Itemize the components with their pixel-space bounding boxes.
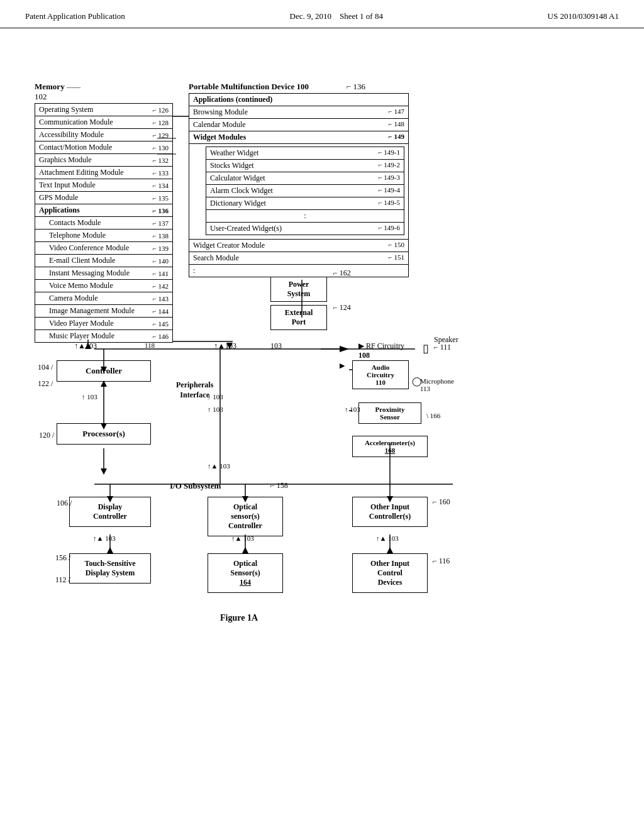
proximity-arrow: ↑ 103 bbox=[345, 406, 360, 413]
io-label: I/O Subsystem bbox=[170, 481, 221, 491]
proximity-label: ProximitySensor bbox=[365, 406, 414, 421]
external-port-box: ExternalPort bbox=[270, 305, 327, 330]
bus-ref-118: 118 bbox=[145, 341, 155, 349]
rf-ref: 108 bbox=[358, 351, 370, 360]
optical-ctrl-box: Opticalsensor(s)Controller bbox=[208, 497, 283, 536]
ref-104: 104 / bbox=[38, 363, 53, 372]
memory-number: 102 bbox=[35, 92, 173, 102]
external-port-ref: ⌐ 124 bbox=[333, 303, 351, 313]
external-port-label: ExternalPort bbox=[277, 308, 320, 327]
bus-103-c: ↑ 103 bbox=[208, 406, 223, 413]
other-input-devices-box: Other InputControlDevices bbox=[352, 553, 428, 593]
speaker-icon: ▯ bbox=[423, 341, 429, 355]
accel-label: Accelerometer(s)168 bbox=[359, 439, 421, 454]
comm-row: Communication Module ⌐ 128 bbox=[35, 116, 172, 129]
text-input-row: Text Input Module ⌐ 134 bbox=[35, 179, 172, 192]
display-ctrl-label: DisplayController bbox=[77, 502, 143, 521]
weather-widget: Weather Widget bbox=[210, 148, 258, 158]
gps-row: GPS Module ⌐ 135 bbox=[35, 192, 172, 204]
touch-display-box: Touch-SensitiveDisplay System bbox=[69, 553, 151, 584]
controller-box: Controller bbox=[57, 360, 151, 382]
email-row: E-mail Client Module ⌐ 140 bbox=[35, 255, 172, 267]
ref-156: 156 / bbox=[55, 553, 70, 563]
header-right: US 2010/0309148 A1 bbox=[548, 11, 619, 21]
ellipsis-1: : bbox=[304, 211, 306, 220]
portable-section: Portable Multifunction Device 100 ⌐ 136 … bbox=[189, 82, 409, 277]
io-ref: ⌐ 158 bbox=[270, 481, 288, 490]
music-player-row: Music Player Module ⌐ 146 bbox=[35, 330, 172, 342]
svg-marker-17 bbox=[101, 468, 107, 475]
access-row: Accessibility Module ⌐ 129 bbox=[35, 129, 172, 141]
bus-ref-3: 103 bbox=[270, 341, 282, 351]
svg-marker-26 bbox=[242, 547, 248, 553]
accel-box: Accelerometer(s)168 bbox=[352, 436, 428, 457]
portable-arrow-ref: ⌐ 136 bbox=[347, 82, 365, 92]
header-center: Dec. 9, 2010 Sheet 1 of 84 bbox=[290, 11, 383, 21]
peripherals-label: PeripheralsInterface bbox=[176, 380, 213, 400]
header-left: Patent Application Publication bbox=[25, 11, 125, 21]
ref-122: 122 / bbox=[38, 379, 53, 389]
widget-creator-module: Widget Creator Module bbox=[193, 241, 265, 250]
optical-ctrl-label: Opticalsensor(s)Controller bbox=[216, 502, 275, 531]
voice-memo-row: Voice Memo Module ⌐ 142 bbox=[35, 280, 172, 292]
ref-120: 120 / bbox=[39, 431, 54, 440]
other-input-ctrl-label: Other InputController(s) bbox=[360, 502, 419, 521]
bus-103-d: ↑▲ 103 bbox=[208, 462, 230, 470]
bus-103-f: ↑▲ 103 bbox=[231, 534, 254, 542]
im-row: Instant Messaging Module ⌐ 141 bbox=[35, 267, 172, 280]
power-ref: ⌐ 162 bbox=[333, 268, 351, 278]
display-ctrl-box: DisplayController bbox=[69, 497, 151, 527]
portable-box: Applications (continued) Browsing Module… bbox=[189, 93, 409, 277]
contacts-module-row: Contacts Module ⌐ 137 bbox=[35, 217, 172, 230]
processor-box: Processor(s) bbox=[57, 423, 151, 445]
other-ctrl-ref: ⌐ 160 bbox=[433, 497, 450, 507]
power-system-label: PowerSystem bbox=[277, 280, 320, 299]
portable-title: Portable Multifunction Device 100 bbox=[189, 82, 309, 92]
optical-sensor-box: OpticalSensor(s)164 bbox=[208, 553, 283, 593]
contact-row: Contact/Motion Module ⌐ 130 bbox=[35, 141, 172, 154]
video-conf-row: Video Conference Module ⌐ 139 bbox=[35, 242, 172, 255]
search-module: Search Module bbox=[193, 253, 239, 263]
widget-modules-label: Widget Modules bbox=[193, 133, 246, 142]
bus-ref-1: ↑▲103 bbox=[74, 341, 97, 351]
applications-row: Applications ⌐ 136 bbox=[35, 204, 172, 217]
processor-label: Processor(s) bbox=[70, 429, 138, 439]
app-continued-header: Applications (continued) bbox=[193, 95, 272, 104]
proximity-ref: \ 166 bbox=[426, 412, 440, 419]
svg-marker-30 bbox=[387, 547, 393, 553]
mic-icon: ◯ bbox=[412, 376, 422, 387]
optical-sensor-label: OpticalSensor(s)164 bbox=[216, 559, 275, 587]
mic-label: Microphone bbox=[420, 377, 454, 385]
power-system-box: PowerSystem bbox=[270, 277, 327, 302]
speaker-ref: ⌐ 111 bbox=[434, 343, 451, 352]
bus-103-g: ↑▲ 103 bbox=[376, 534, 399, 542]
bus-103-e: ↑▲ 103 bbox=[93, 534, 116, 542]
calculator-widget: Calculator Widget bbox=[210, 174, 265, 183]
video-player-row: Video Player Module ⌐ 145 bbox=[35, 318, 172, 330]
figure-caption: Figure 1A bbox=[220, 613, 258, 623]
camera-row: Camera Module ⌐ 143 bbox=[35, 292, 172, 305]
audio-arrow: ▶ bbox=[340, 362, 345, 370]
os-row: Operating System ⌐ 126 bbox=[35, 104, 172, 116]
dictionary-widget: Dictionary Widget bbox=[210, 199, 266, 208]
attachment-row: Attachment Editing Module ⌐ 133 bbox=[35, 167, 172, 179]
image-mgmt-row: Image Management Module ⌐ 144 bbox=[35, 305, 172, 318]
touch-display-label: Touch-SensitiveDisplay System bbox=[77, 559, 143, 578]
alarm-widget: Alarm Clock Widget bbox=[210, 186, 273, 196]
bus-ref-2: ↑▲103 bbox=[214, 341, 236, 351]
bus-103-a: ↑ 103 bbox=[82, 393, 97, 401]
other-input-ctrl-box: Other InputController(s) bbox=[352, 497, 428, 527]
browsing-module: Browsing Module bbox=[193, 108, 248, 117]
audio-box: AudioCircuitry110 bbox=[352, 360, 409, 389]
audio-label: AudioCircuitry110 bbox=[358, 363, 403, 386]
stocks-widget: Stocks Widget bbox=[210, 161, 254, 170]
graphics-row: Graphics Module ⌐ 132 bbox=[35, 154, 172, 167]
memory-box: Operating System ⌐ 126 Communication Mod… bbox=[35, 103, 173, 343]
proximity-box: ProximitySensor bbox=[358, 402, 421, 424]
telephone-row: Telephone Module ⌐ 138 bbox=[35, 230, 172, 242]
svg-marker-10 bbox=[340, 346, 349, 352]
user-created-widget: User-Created Widget(s) bbox=[210, 224, 282, 233]
page-header: Patent Application Publication Dec. 9, 2… bbox=[0, 0, 644, 28]
ref-112: 112 / bbox=[55, 575, 70, 585]
ellipsis-2: : bbox=[193, 266, 195, 275]
